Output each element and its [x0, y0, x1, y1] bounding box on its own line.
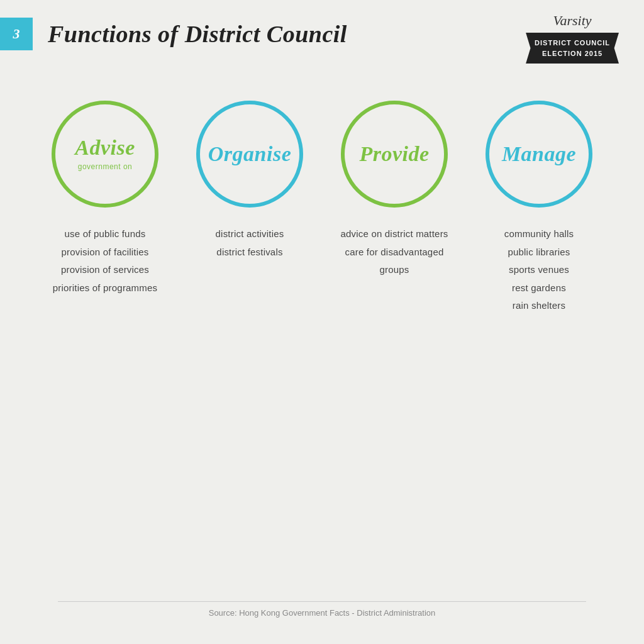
election-badge: DISTRICT COUNCIL ELECTION 2015 [526, 33, 619, 64]
circle-list-organise: district activitiesdistrict festivals [216, 225, 284, 261]
list-item: public libraries [504, 243, 574, 262]
circle-advise: Advisegovernment on [52, 101, 158, 208]
logo-area: Varsity DISTRICT COUNCIL ELECTION 2015 [526, 13, 619, 64]
circle-list-provide: advice on district matterscare for disad… [338, 225, 451, 279]
list-item: provision of services [53, 261, 158, 279]
list-item: care for disadvantaged groups [338, 243, 451, 279]
circle-title-advise: Advise [75, 137, 135, 158]
circle-manage: Manage [486, 101, 592, 208]
list-item: district festivals [216, 243, 284, 262]
page-title: Functions of District Council [48, 20, 347, 48]
circle-title-manage: Manage [502, 143, 576, 165]
footer-divider [58, 601, 586, 602]
varsity-logo: Varsity [553, 13, 591, 29]
circle-title-provide: Provide [359, 143, 429, 165]
list-item: district activities [216, 225, 284, 243]
list-item: use of public funds [53, 225, 158, 243]
circle-subtitle-advise: government on [78, 162, 133, 171]
circle-organise: Organise [196, 101, 303, 208]
circle-provide: Provide [341, 101, 448, 208]
circle-item-provide: Provideadvice on district matterscare fo… [338, 101, 451, 315]
circle-list-manage: community hallspublic librariessports ve… [504, 225, 574, 315]
circle-item-organise: Organisedistrict activitiesdistrict fest… [193, 101, 306, 315]
page-number: 3 [0, 18, 33, 50]
footer-source: Source: Hong Kong Government Facts - Dis… [209, 608, 436, 618]
circle-item-manage: Managecommunity hallspublic librariesspo… [482, 101, 596, 315]
list-item: advice on district matters [338, 225, 451, 243]
list-item: community halls [504, 225, 574, 243]
header: 3 Functions of District Council Varsity … [0, 0, 644, 63]
badge-line2: ELECTION 2015 [542, 50, 602, 57]
page: 3 Functions of District Council Varsity … [0, 0, 644, 644]
circle-title-organise: Organise [208, 143, 291, 165]
list-item: priorities of programmes [53, 279, 158, 297]
list-item: sports venues [504, 261, 574, 279]
circle-list-advise: use of public fundsprovision of faciliti… [53, 225, 158, 297]
circle-item-advise: Advisegovernment onuse of public fundspr… [48, 101, 162, 315]
list-item: rain shelters [504, 297, 574, 315]
list-item: provision of facilities [53, 243, 158, 262]
badge-line1: DISTRICT COUNCIL [535, 39, 610, 47]
circles-row: Advisegovernment onuse of public fundspr… [48, 101, 596, 315]
footer: Source: Hong Kong Government Facts - Dis… [0, 590, 644, 629]
list-item: rest gardens [504, 279, 574, 297]
main-content: Advisegovernment onuse of public fundspr… [0, 63, 644, 644]
